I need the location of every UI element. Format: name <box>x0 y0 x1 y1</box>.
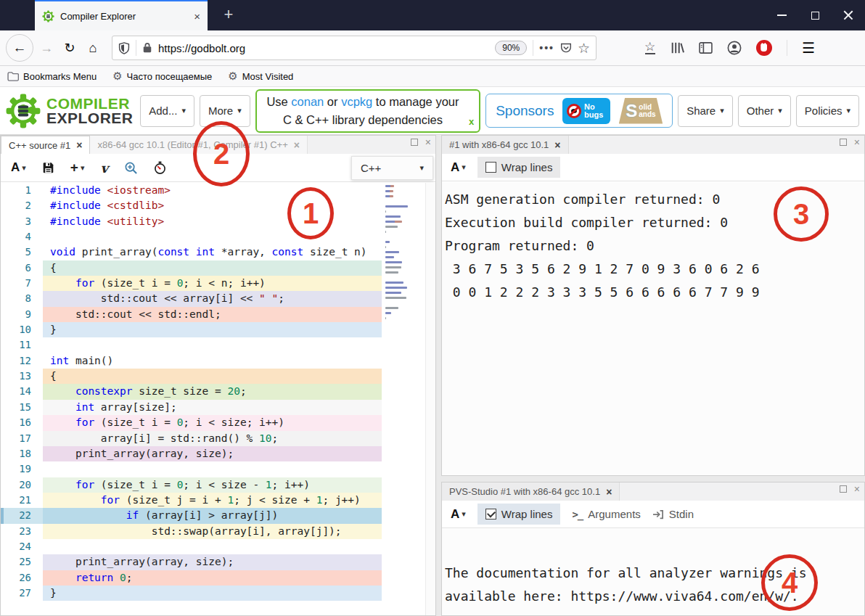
code-line[interactable]: 22 if (array[i] > array[j]) <box>1 508 435 523</box>
code-line[interactable]: 3#include <utility> <box>1 214 435 229</box>
code-line[interactable]: 16 for (size_t i = 0; i < size; i++) <box>1 415 435 430</box>
share-button[interactable]: Share▾ <box>678 95 733 127</box>
sponsors-button[interactable]: Sponsors No bugs S olidands <box>485 94 673 128</box>
maximize-pane-icon[interactable] <box>840 139 847 146</box>
add-button[interactable]: Add...▾ <box>140 95 194 127</box>
code-line[interactable]: 19 <box>1 461 435 477</box>
code-line[interactable]: 9 std::cout << std::endl; <box>1 307 435 322</box>
code-line[interactable]: 10} <box>1 322 435 337</box>
code-line[interactable]: 4 <box>1 229 435 245</box>
reload-button[interactable]: ↻ <box>58 40 81 56</box>
tab-close-icon[interactable]: × <box>194 11 200 22</box>
vim-mode-button[interactable]: v <box>100 160 107 176</box>
code-line[interactable]: 15 int array[size]; <box>1 400 435 415</box>
horizontal-splitter[interactable] <box>441 476 865 482</box>
other-button[interactable]: Other▾ <box>738 95 791 127</box>
code-line[interactable]: 7 for (size_t i = 0; i < n; i++) <box>1 276 435 291</box>
browser-tab[interactable]: Compiler Explorer × <box>35 0 208 30</box>
code-line[interactable]: 27} <box>1 586 435 601</box>
code-line[interactable]: 5void print_array(const int *array, cons… <box>1 245 435 260</box>
bookmark-menu-folder[interactable]: Bookmarks Menu <box>7 71 97 82</box>
code-line[interactable]: 11 <box>1 337 435 353</box>
library-ad-banner[interactable]: Use conan or vcpkg to manage your C & C+… <box>255 89 480 133</box>
tab-close-icon[interactable]: × <box>76 139 82 151</box>
close-pane-icon[interactable]: × <box>854 139 860 146</box>
minimize-button[interactable] <box>765 0 798 30</box>
menu-icon[interactable]: ☰ <box>802 39 815 57</box>
bookmarks-shelf-icon[interactable]: ☆ <box>644 42 655 54</box>
compiler-explorer-logo[interactable]: COMPILER EXPLORER <box>6 94 135 128</box>
font-size-button[interactable]: A ▾ <box>451 507 466 522</box>
code-line[interactable]: 26 return 0; <box>1 570 435 586</box>
code-line[interactable]: 25 print_array(array, size); <box>1 554 435 570</box>
code-line[interactable]: 23 std::swap(array[i], array[j]); <box>1 524 435 539</box>
maximize-pane-icon[interactable] <box>840 485 847 493</box>
bookmark-frequently-visited[interactable]: ⚙ Часто посещаемые <box>112 70 212 83</box>
conan-link[interactable]: conan <box>291 95 324 108</box>
editor-scrollbar[interactable] <box>425 183 435 615</box>
code-line[interactable]: 14 constexpr size_t size = 20; <box>1 384 435 399</box>
maximize-button[interactable] <box>798 0 832 30</box>
code-line[interactable]: 17 array[i] = std::rand() % 10; <box>1 431 435 446</box>
tab-close-icon[interactable]: × <box>606 486 612 498</box>
bookmark-star-icon[interactable]: ☆ <box>578 40 590 57</box>
close-pane-icon[interactable]: × <box>854 485 860 493</box>
tab-close-icon[interactable]: × <box>294 139 300 151</box>
line-number: 3 <box>1 214 43 229</box>
code-line[interactable]: 24 <box>1 539 435 554</box>
zoom-search-button[interactable] <box>124 161 138 175</box>
code-line[interactable]: 20 for (size_t i = 0; i < size - 1; i++) <box>1 477 435 493</box>
close-button[interactable] <box>832 0 865 30</box>
tab-cpp-source[interactable]: C++ source #1 × <box>1 136 90 154</box>
tab-output[interactable]: #1 with x86-64 gcc 10.1 × <box>442 136 569 154</box>
code-line[interactable]: 13{ <box>1 369 435 384</box>
home-button[interactable]: ⌂ <box>81 41 104 56</box>
account-icon[interactable] <box>727 41 742 55</box>
close-pane-icon[interactable]: × <box>425 139 431 146</box>
pocket-icon[interactable] <box>560 43 572 54</box>
back-button[interactable]: ← <box>6 34 33 62</box>
url-text[interactable]: https://godbolt.org <box>158 42 489 54</box>
solid-sands-sponsor-badge[interactable]: S olidands <box>619 98 663 124</box>
sidebar-icon[interactable] <box>699 42 713 54</box>
code-line[interactable]: 6{ <box>1 260 435 276</box>
wrap-lines-toggle[interactable]: Wrap lines <box>477 157 561 178</box>
timing-button[interactable] <box>154 161 166 175</box>
language-select[interactable]: C++ ▾ <box>351 156 433 180</box>
banner-close-icon[interactable]: x <box>469 112 474 131</box>
vcpkg-link[interactable]: vcpkg <box>341 95 372 108</box>
maximize-icon <box>811 12 819 20</box>
font-size-button[interactable]: A ▾ <box>451 160 466 175</box>
adblock-icon[interactable] <box>756 40 772 56</box>
library-icon[interactable] <box>670 41 684 54</box>
code-line[interactable]: 12int main() <box>1 353 435 369</box>
tab-pvs-studio[interactable]: PVS-Studio #1 with x86-64 gcc 10.1 × <box>442 482 620 501</box>
line-number: 9 <box>1 307 43 322</box>
maximize-pane-icon[interactable] <box>411 139 418 146</box>
monaco-editor[interactable]: 1#include <iostream>2#include <cstdlib>3… <box>1 183 435 615</box>
code-line[interactable]: 8 std::cout << array[i] << " "; <box>1 291 435 306</box>
window-controls <box>765 0 865 30</box>
output-toolbar: A ▾ Wrap lines <box>442 154 864 181</box>
stdin-button[interactable]: Stdin <box>652 508 694 520</box>
url-bar[interactable]: https://godbolt.org 90% ••• ☆ <box>112 36 597 60</box>
zoom-level-badge[interactable]: 90% <box>495 41 527 55</box>
lock-icon[interactable] <box>142 42 152 54</box>
tracking-protection-shield-icon[interactable] <box>118 42 130 54</box>
policies-button[interactable]: Policies▾ <box>796 95 859 127</box>
tab-close-icon[interactable]: × <box>554 139 560 151</box>
font-size-button[interactable]: A ▾ <box>11 160 26 175</box>
save-button[interactable] <box>42 162 54 174</box>
add-pane-button[interactable]: + ▾ <box>70 160 85 176</box>
code-line[interactable]: 2#include <cstdlib> <box>1 198 435 213</box>
arguments-button[interactable]: >_ Arguments <box>572 508 640 520</box>
bookmark-most-visited[interactable]: ⚙ Most Visited <box>228 70 293 83</box>
forward-button[interactable]: → <box>35 41 58 56</box>
no-bugs-sponsor-badge[interactable]: No bugs <box>562 98 610 124</box>
code-line[interactable]: 18 print_array(array, size); <box>1 446 435 461</box>
page-actions-icon[interactable]: ••• <box>539 42 554 54</box>
code-line[interactable]: 21 for (size_t j = i + 1; j < size + 1; … <box>1 493 435 508</box>
editor-minimap[interactable] <box>385 185 410 322</box>
wrap-lines-toggle[interactable]: Wrap lines <box>477 504 561 525</box>
new-tab-button[interactable]: + <box>218 5 239 25</box>
